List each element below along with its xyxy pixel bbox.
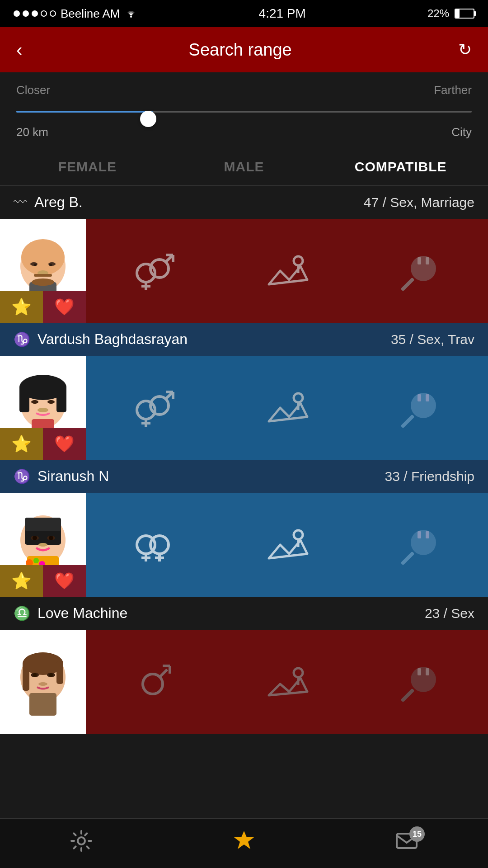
star-button-1[interactable]: ⭐ bbox=[0, 291, 43, 323]
range-value-right: City bbox=[451, 125, 472, 139]
svg-marker-42 bbox=[269, 403, 307, 421]
profile-meta-1: 47 / Sex, Marriage bbox=[364, 195, 474, 210]
signal-dots bbox=[14, 10, 56, 17]
svg-point-82 bbox=[38, 682, 47, 686]
page-title: Search range bbox=[189, 40, 292, 60]
svg-rect-47 bbox=[418, 394, 421, 401]
svg-point-2 bbox=[21, 239, 65, 275]
svg-point-80 bbox=[33, 673, 37, 677]
svg-point-43 bbox=[294, 393, 303, 402]
slider-thumb[interactable] bbox=[140, 111, 156, 127]
back-button[interactable]: ‹ bbox=[16, 40, 22, 60]
heart-button-2[interactable]: ❤️ bbox=[43, 428, 86, 460]
star-button-2[interactable]: ⭐ bbox=[0, 428, 43, 460]
range-slider[interactable] bbox=[16, 103, 472, 121]
card-icons-2 bbox=[86, 356, 488, 460]
tab-compatible[interactable]: COMPATIBLE bbox=[322, 148, 479, 185]
card-row-3: ⭐ ❤️ bbox=[0, 493, 488, 597]
card-row-4 bbox=[0, 630, 488, 734]
closer-label: Closer bbox=[16, 83, 50, 97]
svg-point-95 bbox=[78, 837, 85, 844]
plug-icon-1 bbox=[399, 248, 444, 293]
card-actions-3: ⭐ ❤️ bbox=[0, 565, 86, 597]
svg-point-62 bbox=[150, 536, 169, 554]
dot2 bbox=[23, 10, 29, 17]
card-icons-4 bbox=[86, 630, 488, 734]
refresh-button[interactable]: ↻ bbox=[458, 40, 472, 59]
svg-line-85 bbox=[160, 670, 167, 677]
heart-button-3[interactable]: ❤️ bbox=[43, 565, 86, 597]
dot1 bbox=[14, 10, 20, 17]
svg-point-6 bbox=[34, 264, 37, 266]
svg-rect-24 bbox=[426, 257, 429, 264]
svg-point-55 bbox=[49, 536, 53, 540]
tab-female[interactable]: FEMALE bbox=[9, 148, 166, 185]
svg-point-91 bbox=[411, 667, 436, 692]
svg-point-59 bbox=[33, 558, 39, 563]
card-icons-3 bbox=[86, 493, 488, 597]
profiles-list: 〰 Areg B. 47 / Sex, Marriage bbox=[0, 186, 488, 783]
svg-rect-23 bbox=[418, 257, 421, 264]
card-icons-1 bbox=[86, 219, 488, 323]
svg-point-89 bbox=[294, 668, 303, 677]
svg-point-81 bbox=[49, 673, 53, 677]
dot4 bbox=[41, 10, 47, 17]
zodiac-icon-2: ♑ bbox=[14, 331, 30, 347]
range-section: Closer Farther 20 km City bbox=[0, 72, 488, 148]
plug-icon-4 bbox=[399, 659, 444, 704]
profile-item-4: ♎ Love Machine 23 / Sex bbox=[0, 597, 488, 734]
messages-tab[interactable]: 15 bbox=[395, 829, 418, 858]
settings-tab[interactable] bbox=[70, 829, 93, 858]
range-values: 20 km City bbox=[16, 125, 472, 139]
status-left: Beeline AM bbox=[14, 7, 137, 21]
profile-meta-4: 23 / Sex bbox=[425, 606, 474, 621]
tab-male[interactable]: MALE bbox=[166, 148, 323, 185]
time-display: 4:21 PM bbox=[259, 6, 306, 21]
svg-line-71 bbox=[403, 554, 412, 563]
status-bar: Beeline AM 4:21 PM 22% bbox=[0, 0, 488, 27]
dot5 bbox=[50, 10, 56, 17]
profile-header-4: ♎ Love Machine 23 / Sex bbox=[0, 597, 488, 630]
svg-point-54 bbox=[33, 536, 37, 540]
profile-item: 〰 Areg B. 47 / Sex, Marriage bbox=[0, 186, 488, 323]
zodiac-icon-4: ♎ bbox=[14, 605, 30, 621]
svg-point-33 bbox=[38, 408, 48, 412]
profile-item-2: ♑ Vardush Baghdasrayan 35 / Sex, Trav bbox=[0, 323, 488, 460]
header: ‹ Search range ↻ bbox=[0, 27, 488, 72]
svg-point-68 bbox=[294, 530, 303, 539]
favorites-tab[interactable] bbox=[232, 829, 256, 858]
avatar-4 bbox=[0, 630, 86, 734]
svg-line-92 bbox=[403, 691, 412, 700]
svg-point-70 bbox=[411, 530, 436, 555]
slider-track bbox=[16, 111, 472, 113]
slider-fill bbox=[16, 111, 153, 113]
message-badge: 15 bbox=[409, 826, 425, 842]
profile-name-4: Love Machine bbox=[38, 605, 127, 622]
svg-rect-73 bbox=[426, 531, 429, 538]
heart-button-1[interactable]: ❤️ bbox=[43, 291, 86, 323]
profile-name-3: Siranush N bbox=[38, 468, 109, 485]
map-icon-3 bbox=[264, 522, 310, 567]
svg-rect-48 bbox=[426, 394, 429, 401]
svg-rect-76 bbox=[23, 661, 29, 691]
card-actions-1: ⭐ ❤️ bbox=[0, 291, 86, 323]
profile-name-1: Areg B. bbox=[34, 194, 83, 211]
battery-percent: 22% bbox=[427, 7, 449, 20]
card-actions-2: ⭐ ❤️ bbox=[0, 428, 86, 460]
gender-icon-4 bbox=[130, 659, 175, 704]
svg-rect-72 bbox=[418, 531, 421, 538]
battery-icon bbox=[455, 9, 474, 19]
gender-tabs: FEMALE MALE COMPATIBLE bbox=[0, 148, 488, 186]
profile-meta-3: 33 / Friendship bbox=[385, 469, 474, 484]
star-button-3[interactable]: ⭐ bbox=[0, 565, 43, 597]
svg-rect-93 bbox=[418, 668, 421, 675]
gender-icon-3 bbox=[130, 522, 175, 567]
svg-point-32 bbox=[49, 400, 53, 404]
svg-point-19 bbox=[294, 256, 303, 265]
farther-label: Farther bbox=[434, 83, 472, 97]
svg-point-0 bbox=[130, 16, 132, 18]
zodiac-icon-3: ♑ bbox=[14, 468, 30, 484]
svg-marker-18 bbox=[269, 266, 307, 284]
svg-marker-67 bbox=[269, 540, 307, 558]
avatar-2: ⭐ ❤️ bbox=[0, 356, 86, 460]
